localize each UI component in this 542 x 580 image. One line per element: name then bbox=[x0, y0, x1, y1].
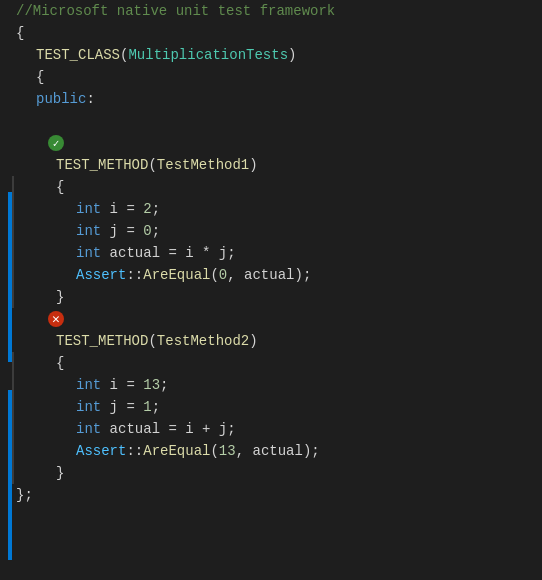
code-line: //Microsoft native unit test framework bbox=[12, 0, 542, 22]
token-method: TestMethod2 bbox=[157, 333, 249, 349]
token-method: AreEqual bbox=[143, 267, 210, 283]
code-line: int actual = i * j; bbox=[12, 242, 542, 264]
code-line: public: bbox=[12, 88, 542, 110]
token-plain: j; bbox=[210, 245, 235, 261]
token-punctuation: ; bbox=[152, 399, 160, 415]
code-line: ✓ bbox=[12, 132, 542, 154]
token-punctuation: :: bbox=[126, 443, 143, 459]
code-line: { bbox=[12, 352, 542, 374]
code-line: { bbox=[12, 22, 542, 44]
token-plain: i = bbox=[101, 201, 143, 217]
token-punctuation: :: bbox=[126, 267, 143, 283]
code-line: { bbox=[12, 176, 542, 198]
code-line: ✕ bbox=[12, 308, 542, 330]
token-operator: + bbox=[202, 421, 210, 437]
token-macro: TEST_CLASS bbox=[36, 47, 120, 63]
token-punctuation: ) bbox=[288, 47, 296, 63]
token-macro: TEST_METHOD bbox=[56, 333, 148, 349]
code-line: } bbox=[12, 286, 542, 308]
code-line bbox=[12, 110, 542, 132]
token-punctuation: { bbox=[16, 25, 24, 41]
editor-gutter bbox=[0, 0, 12, 580]
token-method: AreEqual bbox=[143, 443, 210, 459]
token-number: 13 bbox=[219, 443, 236, 459]
code-content: //Microsoft native unit test framework{T… bbox=[12, 0, 542, 580]
token-punctuation: , actual); bbox=[236, 443, 320, 459]
code-line: TEST_CLASS(MultiplicationTests) bbox=[12, 44, 542, 66]
token-punctuation: ( bbox=[148, 157, 156, 173]
code-line: int actual = i + j; bbox=[12, 418, 542, 440]
token-punctuation: ; bbox=[152, 201, 160, 217]
test-pass-icon[interactable]: ✓ bbox=[48, 135, 64, 151]
test-fail-icon[interactable]: ✕ bbox=[48, 311, 64, 327]
token-type: int bbox=[76, 421, 101, 437]
token-type: int bbox=[76, 201, 101, 217]
token-punctuation: ; bbox=[160, 377, 168, 393]
token-number: 0 bbox=[219, 267, 227, 283]
code-editor: //Microsoft native unit test framework{T… bbox=[0, 0, 542, 580]
token-type: int bbox=[76, 377, 101, 393]
code-line: int i = 2; bbox=[12, 198, 542, 220]
token-number: 0 bbox=[143, 223, 151, 239]
token-method: TestMethod1 bbox=[157, 157, 249, 173]
code-line: { bbox=[12, 66, 542, 88]
token-punctuation: ) bbox=[249, 157, 257, 173]
token-type: int bbox=[76, 245, 101, 261]
code-line: TEST_METHOD(TestMethod1) bbox=[12, 154, 542, 176]
token-punctuation: } bbox=[56, 289, 64, 305]
token-number: 2 bbox=[143, 201, 151, 217]
token-plain: j; bbox=[210, 421, 235, 437]
token-type: int bbox=[76, 223, 101, 239]
token-assert: Assert bbox=[76, 443, 126, 459]
token-punctuation: ( bbox=[120, 47, 128, 63]
code-line: int j = 0; bbox=[12, 220, 542, 242]
token-punctuation: { bbox=[56, 179, 64, 195]
token-macro: TEST_METHOD bbox=[56, 157, 148, 173]
token-punctuation: : bbox=[86, 91, 94, 107]
code-line: }; bbox=[12, 484, 542, 506]
token-punctuation: ( bbox=[148, 333, 156, 349]
code-line: } bbox=[12, 462, 542, 484]
token-classname: MultiplicationTests bbox=[128, 47, 288, 63]
code-line: int i = 13; bbox=[12, 374, 542, 396]
token-punctuation: ( bbox=[210, 267, 218, 283]
token-punctuation: } bbox=[56, 465, 64, 481]
code-line: Assert::AreEqual(13, actual); bbox=[12, 440, 542, 462]
token-plain: actual = i bbox=[101, 421, 202, 437]
token-punctuation: }; bbox=[16, 487, 33, 503]
token-comment: //Microsoft native unit test framework bbox=[16, 3, 335, 19]
token-operator: * bbox=[202, 245, 210, 261]
token-plain: i = bbox=[101, 377, 143, 393]
code-line: Assert::AreEqual(0, actual); bbox=[12, 264, 542, 286]
token-number: 13 bbox=[143, 377, 160, 393]
token-number: 1 bbox=[143, 399, 151, 415]
token-punctuation: ) bbox=[249, 333, 257, 349]
token-plain: j = bbox=[101, 399, 143, 415]
token-plain: actual = i bbox=[101, 245, 202, 261]
token-punctuation: ; bbox=[152, 223, 160, 239]
token-keyword: public bbox=[36, 91, 86, 107]
code-line: int j = 1; bbox=[12, 396, 542, 418]
token-assert: Assert bbox=[76, 267, 126, 283]
token-punctuation: { bbox=[36, 69, 44, 85]
token-punctuation: , actual); bbox=[227, 267, 311, 283]
token-plain: j = bbox=[101, 223, 143, 239]
token-punctuation: { bbox=[56, 355, 64, 371]
token-punctuation: ( bbox=[210, 443, 218, 459]
token-type: int bbox=[76, 399, 101, 415]
code-line: TEST_METHOD(TestMethod2) bbox=[12, 330, 542, 352]
